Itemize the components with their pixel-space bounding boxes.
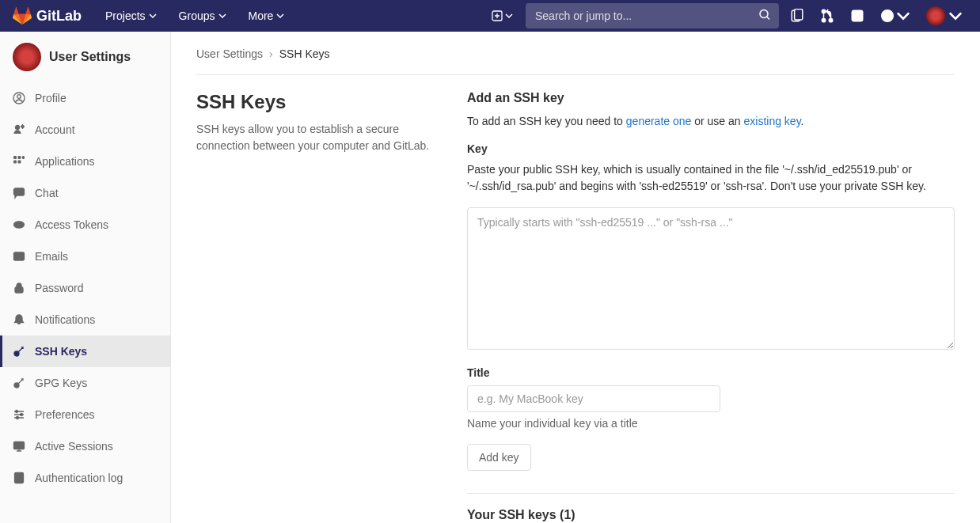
nav-projects[interactable]: Projects (96, 3, 166, 28)
add-key-button[interactable]: Add key (467, 444, 531, 471)
svg-rect-14 (13, 156, 17, 159)
content-area: User Settings › SSH Keys SSH Keys SSH ke… (171, 32, 980, 523)
sidebar-item-label: Chat (35, 187, 59, 199)
svg-rect-18 (18, 161, 21, 164)
main-layout: User Settings Profile Account Applicatio… (0, 32, 980, 523)
sidebar-item-label: Emails (35, 250, 68, 263)
section-intro: SSH Keys SSH keys allow you to establish… (196, 91, 442, 523)
sidebar-item-label: Account (35, 123, 75, 136)
sidebar-item-label: Notifications (35, 313, 95, 326)
chevron-down-icon (218, 12, 226, 20)
tanuki-icon (13, 6, 32, 25)
search-input[interactable] (526, 3, 779, 28)
svg-point-9 (887, 19, 888, 21)
sidebar-item-preferences[interactable]: Preferences (0, 399, 170, 430)
navbar-right (484, 2, 967, 30)
chevron-down-icon (149, 12, 157, 20)
intro-text: or use an (691, 115, 743, 127)
title-hint: Name your individual key via a title (467, 417, 955, 430)
sidebar-item-chat[interactable]: Chat (0, 177, 170, 209)
sidebar-item-label: Authentication log (35, 472, 123, 484)
sidebar-item-account[interactable]: Account (0, 114, 170, 146)
brand-text: GitLab (36, 8, 82, 25)
svg-point-23 (21, 224, 22, 225)
generate-key-link[interactable]: generate one (626, 115, 692, 127)
svg-point-4 (822, 9, 826, 13)
sidebar-item-profile[interactable]: Profile (0, 82, 170, 114)
merge-requests-link[interactable] (815, 4, 839, 28)
sidebar-item-access-tokens[interactable]: Access Tokens (0, 209, 170, 241)
todos-link[interactable] (845, 4, 869, 28)
avatar-icon (13, 43, 41, 71)
issues-link[interactable] (785, 4, 809, 28)
settings-sidebar: User Settings Profile Account Applicatio… (0, 32, 171, 523)
create-menu[interactable] (484, 5, 519, 27)
nav-groups[interactable]: Groups (169, 3, 236, 28)
svg-rect-17 (13, 161, 17, 164)
sidebar-item-password[interactable]: Password (0, 272, 170, 304)
page-description: SSH keys allow you to establish a secure… (196, 121, 442, 154)
help-menu[interactable] (876, 4, 915, 28)
nav-more-label: More (249, 9, 274, 22)
svg-rect-31 (14, 442, 25, 449)
plus-icon (491, 9, 503, 22)
page-title: SSH Keys (196, 91, 442, 113)
sidebar-item-label: Preferences (35, 408, 94, 421)
sidebar-item-authentication-log[interactable]: Authentication log (0, 462, 170, 494)
form-heading: Add an SSH key (467, 91, 955, 105)
top-navbar: GitLab Projects Groups More (0, 0, 980, 32)
key-label: Key (467, 142, 955, 155)
intro-text: To add an SSH key you need to (467, 115, 626, 127)
sidebar-item-label: Profile (35, 92, 66, 104)
chevron-down-icon (948, 9, 963, 23)
sidebar-item-applications[interactable]: Applications (0, 146, 170, 177)
svg-point-22 (18, 224, 20, 225)
svg-point-21 (16, 224, 17, 225)
sidebar-item-label: Active Sessions (35, 440, 113, 453)
existing-key-link[interactable]: existing key (744, 115, 801, 127)
chevron-down-icon (276, 12, 284, 20)
sidebar-item-label: Applications (35, 155, 95, 168)
form-intro: To add an SSH key you need to generate o… (467, 113, 955, 130)
nav-more[interactable]: More (239, 3, 294, 28)
your-keys-section: Your SSH keys (1) (467, 493, 955, 522)
intro-text: . (801, 115, 804, 127)
svg-point-28 (16, 411, 18, 413)
svg-point-5 (822, 18, 826, 22)
chevron-right-icon: › (269, 47, 273, 60)
key-textarea[interactable] (467, 207, 955, 350)
svg-point-30 (17, 417, 19, 419)
title-input[interactable] (467, 385, 720, 412)
svg-point-29 (21, 414, 23, 416)
nav-groups-label: Groups (179, 9, 215, 22)
sidebar-item-emails[interactable]: Emails (0, 241, 170, 272)
svg-rect-15 (18, 156, 21, 159)
title-label: Title (467, 366, 955, 379)
breadcrumb: User Settings › SSH Keys (196, 47, 955, 75)
sidebar-item-label: Access Tokens (35, 218, 108, 231)
sidebar-item-notifications[interactable]: Notifications (0, 304, 170, 335)
svg-rect-19 (14, 188, 25, 195)
svg-rect-25 (15, 287, 23, 293)
sidebar-item-gpg-keys[interactable]: GPG Keys (0, 367, 170, 399)
avatar-icon (926, 6, 945, 25)
sidebar-item-active-sessions[interactable]: Active Sessions (0, 430, 170, 462)
svg-point-12 (16, 126, 20, 130)
chevron-down-icon (505, 12, 513, 20)
svg-rect-16 (22, 156, 25, 159)
sidebar-header[interactable]: User Settings (0, 32, 170, 82)
svg-rect-3 (795, 9, 803, 21)
settings-two-column: SSH Keys SSH keys allow you to establish… (196, 91, 955, 523)
sidebar-item-ssh-keys[interactable]: SSH Keys (0, 335, 170, 367)
user-menu[interactable] (921, 2, 967, 30)
ssh-key-form: Add an SSH key To add an SSH key you nee… (467, 91, 955, 523)
search-icon[interactable] (758, 9, 771, 24)
gitlab-logo[interactable]: GitLab (13, 6, 82, 25)
svg-point-1 (760, 10, 768, 18)
breadcrumb-current: SSH Keys (279, 47, 330, 60)
sidebar-item-label: Password (35, 282, 83, 294)
breadcrumb-parent[interactable]: User Settings (196, 47, 263, 60)
navbar-left: GitLab Projects Groups More (13, 3, 294, 28)
your-keys-heading: Your SSH keys (1) (467, 508, 955, 522)
chevron-down-icon (896, 9, 910, 23)
